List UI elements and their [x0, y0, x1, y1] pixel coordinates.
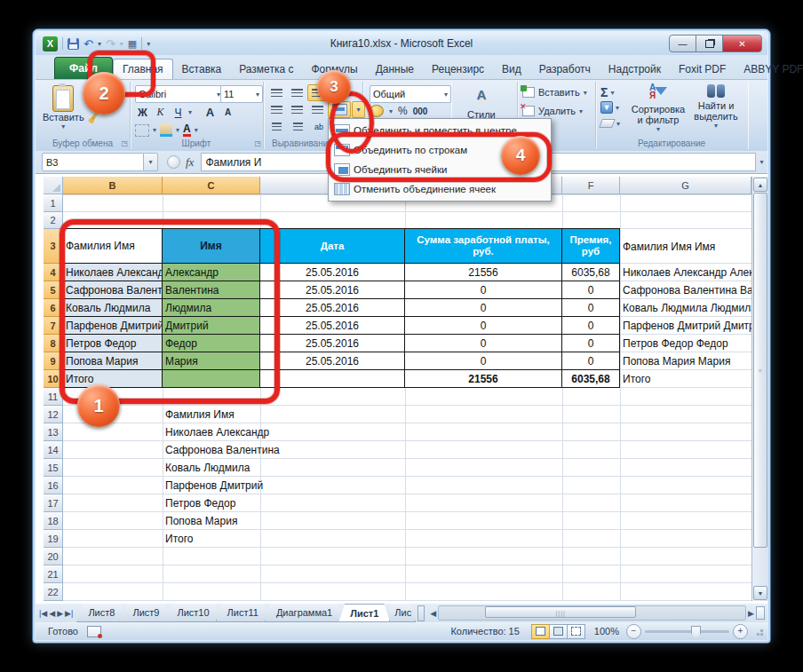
align-middle-icon[interactable] [287, 84, 306, 101]
sheet-tab-Лист1[interactable]: Лист1 [338, 604, 390, 622]
insert-function-icon[interactable]: fx [186, 155, 194, 170]
cell-G4[interactable]: Николаев Александр Александр [620, 264, 751, 281]
first-sheet-icon[interactable]: |◀ [39, 609, 47, 618]
col-header-G[interactable]: G [620, 177, 751, 194]
cell-G6[interactable]: Коваль Людмила Людмила [620, 299, 751, 317]
tab-Вставка[interactable]: Вставка [173, 59, 231, 79]
tab-Вид[interactable]: Вид [493, 59, 530, 79]
font-size-select[interactable]: 11▾ [220, 85, 263, 103]
zoom-slider[interactable] [645, 630, 729, 633]
row-header-12[interactable]: 12 [44, 406, 63, 423]
font-color-icon[interactable]: А [183, 124, 191, 137]
cell-C17[interactable]: Петров Федор [163, 494, 260, 512]
tab-splitter[interactable] [417, 605, 425, 621]
increase-indent-icon[interactable] [288, 118, 307, 135]
restore-button[interactable] [696, 35, 723, 52]
cell-F6[interactable]: 0 [561, 298, 620, 317]
delete-cells-button[interactable]: Удалить▾ [522, 106, 583, 116]
cell-C14[interactable]: Сафронова Валентина [163, 441, 260, 459]
cell-F4[interactable]: 6035,68 [561, 263, 620, 281]
align-top-icon[interactable] [266, 84, 286, 101]
row-header-1[interactable]: 1 [44, 194, 63, 212]
cell-F3[interactable]: Премия, руб [561, 228, 620, 264]
find-select-button[interactable]: Найти и выделить▾ [689, 84, 743, 130]
hscroll-resize-handle[interactable] [756, 606, 765, 620]
col-header-C[interactable]: C [163, 177, 260, 194]
paste-button[interactable]: Вставить▾ [43, 85, 84, 130]
cell-D5[interactable]: 25.05.2016 [259, 281, 405, 299]
undo-icon[interactable]: ↶ [83, 38, 93, 50]
cell-C15[interactable]: Коваль Людмила [163, 459, 260, 477]
row-header-14[interactable]: 14 [44, 441, 63, 459]
cell-G8[interactable]: Петров Федор Федор [620, 335, 751, 352]
grow-font-button[interactable]: А [203, 105, 218, 120]
name-box[interactable]: B3 [42, 153, 144, 171]
col-header-B[interactable]: B [63, 177, 163, 194]
font-dialog-launcher[interactable]: ◳ [254, 139, 261, 147]
sheet-tab-Лист11[interactable]: Лист11 [216, 604, 270, 622]
tab-Разработч[interactable]: Разработч [530, 59, 600, 79]
cell-F8[interactable]: 0 [561, 334, 620, 352]
vertical-scroll-thumb[interactable]: ≡ [753, 193, 767, 548]
cell-E9[interactable]: 0 [404, 352, 562, 370]
cell-F5[interactable]: 0 [561, 281, 620, 299]
cell-E10[interactable]: 21556 [404, 369, 562, 388]
cell-G3[interactable]: Фамилия Имя Имя [620, 229, 751, 264]
qat-customize-icon[interactable]: ▾ [147, 40, 150, 48]
page-layout-view-button[interactable] [549, 624, 568, 639]
cell-C16[interactable]: Парфенов Дмитрий [163, 477, 260, 494]
tab-Надстройк[interactable]: Надстройк [600, 59, 670, 79]
vertical-scrollbar[interactable]: ▲ ≡ ▼ [751, 177, 768, 601]
italic-button[interactable]: К [153, 105, 168, 120]
row-header-16[interactable]: 16 [44, 477, 63, 494]
number-format-select[interactable]: Общий▾ [370, 85, 451, 103]
cell-E3[interactable]: Сумма заработной платы, руб. [404, 228, 562, 264]
tab-Разметка с[interactable]: Разметка с [230, 59, 302, 79]
sheet-tab-Диаграмма1[interactable]: Диаграмма1 [265, 604, 344, 622]
tab-Рецензирс[interactable]: Рецензирс [423, 59, 493, 79]
cell-D6[interactable]: 25.05.2016 [259, 298, 405, 317]
zoom-in-icon[interactable]: + [733, 624, 748, 639]
cell-G5[interactable]: Сафронова Валентина Валентина [620, 281, 751, 299]
cell-D10[interactable] [259, 369, 405, 388]
custom-qat-icon[interactable]: ▦ [128, 38, 137, 50]
align-right-icon[interactable] [307, 101, 327, 118]
row-header-15[interactable]: 15 [44, 459, 63, 477]
align-left-icon[interactable] [266, 101, 286, 118]
menu-item-m4[interactable]: Отменить объединение ячеек [330, 179, 549, 199]
redo-icon[interactable]: ↷ [106, 38, 115, 50]
underline-button[interactable]: Ч [171, 105, 186, 120]
zoom-slider-thumb[interactable] [691, 626, 701, 639]
horizontal-scroll-thumb[interactable]: |||| [485, 606, 636, 618]
formula-bar-expand-icon[interactable]: ▾ [756, 154, 767, 170]
hscroll-left-icon[interactable]: ◀ [430, 609, 436, 618]
cell-E7[interactable]: 0 [404, 316, 562, 335]
cell-E4[interactable]: 21556 [404, 263, 562, 281]
row-header-18[interactable]: 18 [44, 512, 63, 530]
cell-G7[interactable]: Парфенов Дмитрий Дмитрий [620, 317, 751, 335]
cell-F9[interactable]: 0 [561, 352, 620, 370]
bold-button[interactable]: Ж [135, 105, 150, 120]
tab-Данные[interactable]: Данные [367, 59, 423, 79]
decrease-indent-icon[interactable] [266, 118, 286, 135]
cell-G9[interactable]: Попова Мария Мария [620, 352, 751, 370]
row-header-21[interactable]: 21 [44, 565, 63, 583]
percent-format-icon[interactable]: % [398, 105, 408, 117]
borders-icon[interactable] [135, 124, 149, 137]
cell-D3[interactable]: Дата [259, 228, 405, 264]
row-header-17[interactable]: 17 [44, 494, 63, 512]
macro-record-icon[interactable] [87, 626, 101, 637]
name-box-dropdown[interactable]: ▾ [144, 153, 158, 171]
cell-C18[interactable]: Попова Мария [163, 512, 260, 530]
sheet-tab-Лист8[interactable]: Лист8 [76, 604, 126, 622]
zoom-level[interactable]: 100% [594, 626, 619, 636]
row-header-20[interactable]: 20 [44, 548, 63, 565]
prev-sheet-icon[interactable]: ◀ [49, 609, 55, 618]
cell-D7[interactable]: 25.05.2016 [259, 316, 405, 335]
scroll-down-icon[interactable]: ▼ [753, 586, 767, 600]
fill-button[interactable]: ▼▾ [600, 101, 619, 114]
zoom-out-icon[interactable]: − [626, 624, 641, 639]
shrink-font-button[interactable]: А [220, 105, 235, 120]
cell-D4[interactable]: 25.05.2016 [259, 263, 405, 281]
clipboard-dialog-launcher[interactable]: ◳ [121, 139, 128, 147]
